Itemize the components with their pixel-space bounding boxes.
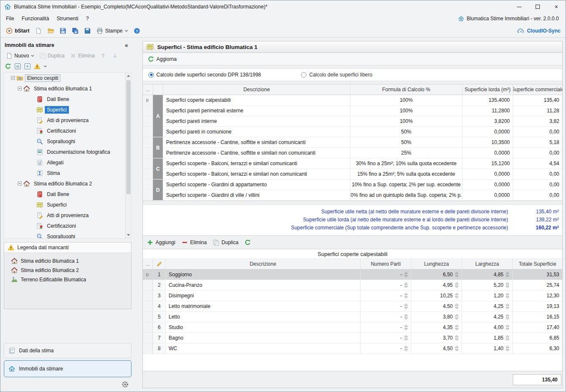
view-button-dati-della-stima[interactable]: Dati della stima xyxy=(4,343,131,358)
larghezza-cell[interactable]: 4,00 xyxy=(462,322,513,333)
numero-parti-cell[interactable]: - xyxy=(361,333,411,343)
maximize-button[interactable] xyxy=(528,0,547,13)
lunghezza-cell[interactable]: 4,35 xyxy=(411,322,462,333)
tree-item[interactable]: Sopralluoghi xyxy=(4,136,125,147)
row-selector-cell[interactable] xyxy=(143,190,153,201)
superficie-commerciale-cell[interactable]: 0,00 xyxy=(513,148,562,158)
duplica-button[interactable]: Duplica xyxy=(37,51,67,60)
descrizione-cell[interactable]: Superfici scoperte - Balconi, terrazzi e… xyxy=(163,158,350,169)
row-selector-cell[interactable] xyxy=(143,148,153,158)
tree-item[interactable]: Atti di provenienza xyxy=(4,115,125,125)
scroll-up-arrow[interactable] xyxy=(126,73,131,79)
row-selector-cell[interactable] xyxy=(143,333,153,343)
scroll-down-arrow[interactable] xyxy=(126,232,131,238)
save-button[interactable] xyxy=(57,26,68,36)
superficie-commerciale-cell[interactable]: 0,00 xyxy=(513,169,562,180)
superficie-commerciale-cell[interactable]: 11,28 xyxy=(513,106,562,116)
lunghezza-cell[interactable]: 4,50 xyxy=(411,343,462,354)
formula-cell[interactable]: 25% xyxy=(350,148,462,158)
larghezza-cell[interactable]: 4,25 xyxy=(462,312,513,322)
tree-item[interactable]: Elenco cespiti xyxy=(4,73,125,83)
descrizione-cell[interactable]: Letto matrimoniale xyxy=(166,301,361,312)
tree-item[interactable]: Dati Bene xyxy=(4,94,125,104)
row-selector-cell[interactable] xyxy=(143,322,153,333)
larghezza-column-header[interactable]: Larghezza xyxy=(462,259,513,269)
descrizione-cell[interactable]: Pertinenze accessorie - Cantine, soffitt… xyxy=(163,137,350,148)
numero-parti-cell[interactable]: - xyxy=(361,301,411,312)
formula-cell[interactable]: 15% fino a 25m²; 5% sulla quota eccedent… xyxy=(350,169,462,180)
superficie-lorda-cell[interactable]: 15,1200 xyxy=(462,158,513,169)
duplica-row-button[interactable]: Duplica xyxy=(213,239,238,246)
superficie-commerciale-cell[interactable]: 0,00 xyxy=(513,190,562,201)
open-button[interactable] xyxy=(45,26,56,36)
aggiorna-button[interactable]: Aggiorna xyxy=(145,54,179,64)
tree-item[interactable]: Allegati xyxy=(4,157,125,168)
warning-filter-icon[interactable] xyxy=(34,63,41,70)
formula-cell[interactable]: 100% xyxy=(350,95,462,106)
tree-item[interactable]: Certificazioni xyxy=(4,125,125,136)
menu-file[interactable]: File xyxy=(2,14,18,23)
refresh-rows-button[interactable] xyxy=(244,239,251,246)
larghezza-cell[interactable]: 1,20 xyxy=(462,291,513,301)
superficie-lorda-cell[interactable]: 3,8200 xyxy=(462,116,513,127)
close-button[interactable]: × xyxy=(547,0,566,13)
descrizione-cell[interactable]: Soggiorno xyxy=(166,270,361,280)
numero-parti-cell[interactable]: - xyxy=(361,280,411,291)
superficie-commerciale-cell[interactable]: 0,00 xyxy=(513,127,562,137)
superficie-lorda-cell[interactable]: 10,3500 xyxy=(462,137,513,148)
chevron-down-icon[interactable] xyxy=(44,65,47,68)
row-selector-cell[interactable] xyxy=(143,312,153,322)
tree-item[interactable]: Documentazione fotografica xyxy=(4,147,125,157)
superficie-commerciale-cell[interactable]: 0,00 xyxy=(513,180,562,190)
superficie-commerciale-cell[interactable]: 3,82 xyxy=(513,116,562,127)
descrizione-cell[interactable]: Superfici scoperte - Balconi, terrazzi e… xyxy=(163,169,350,180)
formula-cell[interactable]: 10% fino ad un quintuplo della Sup. cope… xyxy=(350,190,462,201)
superficie-lorda-cell[interactable]: 0,0000 xyxy=(462,180,513,190)
superficie-lorda-column-header[interactable]: Superficie lorda (m²) xyxy=(462,84,513,95)
totale-superficie-column-header[interactable]: Totale Superficie xyxy=(513,259,562,269)
formula-cell[interactable]: 50% xyxy=(350,137,462,148)
formula-cell[interactable]: 100% xyxy=(350,116,462,127)
row-selector-cell[interactable] xyxy=(143,158,153,169)
menu-funzionalita[interactable]: Funzionalità xyxy=(18,14,53,23)
superficie-lorda-cell[interactable]: 0,0000 xyxy=(462,127,513,137)
tree-item[interactable]: Sopralluoghi xyxy=(4,231,125,238)
aggiungi-button[interactable]: Aggiungi xyxy=(147,239,175,246)
larghezza-cell[interactable]: 4,85 xyxy=(462,270,513,280)
descrizione-cell[interactable]: Superfici coperte calpestabili xyxy=(163,95,350,106)
radio-libero[interactable]: Calcolo delle superfici libero xyxy=(301,72,372,78)
larghezza-cell[interactable]: 1,85 xyxy=(462,333,513,343)
formula-cell[interactable]: 30% fino a 25m²; 10% sulla quota ecceden… xyxy=(350,158,462,169)
move-down-button[interactable] xyxy=(109,51,120,60)
descrizione-cell[interactable]: Superfici scoperte - Giardini di apparta… xyxy=(163,180,350,190)
row-selector-cell[interactable] xyxy=(143,270,153,280)
numero-parti-cell[interactable]: - xyxy=(361,322,411,333)
tree-scrollbar[interactable] xyxy=(125,73,131,238)
numero-parti-cell[interactable]: - xyxy=(361,270,411,280)
menu-strumenti[interactable]: Strumenti xyxy=(53,14,82,23)
descrizione-cell[interactable]: Superfici pareti interne xyxy=(163,116,350,127)
tree-item[interactable]: Certificazioni xyxy=(4,220,125,231)
superficie-lorda-cell[interactable]: 11,2800 xyxy=(462,106,513,116)
collapse-all-icon[interactable] xyxy=(14,63,21,70)
scrollbar-thumb[interactable] xyxy=(126,80,131,194)
numero-parti-cell[interactable]: - xyxy=(361,291,411,301)
superficie-lorda-cell[interactable]: 135,4000 xyxy=(462,95,513,106)
descrizione-cell[interactable]: Superfici pareti in comunione xyxy=(163,127,350,137)
row-selector-cell[interactable] xyxy=(143,169,153,180)
stampe-button[interactable]: Stampe xyxy=(94,26,130,36)
row-selector-cell[interactable] xyxy=(143,95,153,106)
descrizione-cell[interactable]: Pertinenze accessorie - Cantine, soffitt… xyxy=(163,148,350,158)
tree-item[interactable]: Dati Bene xyxy=(4,189,125,199)
superficie-commerciale-cell[interactable]: 135,40 xyxy=(513,95,562,106)
formula-cell[interactable]: 50% xyxy=(350,127,462,137)
descrizione-cell[interactable]: Bagno xyxy=(166,333,361,343)
bstart-button[interactable]: bStart xyxy=(4,26,32,36)
larghezza-cell[interactable]: 5,20 xyxy=(462,280,513,291)
superficie-lorda-cell[interactable]: 0,0000 xyxy=(462,190,513,201)
formula-cell[interactable]: 10% fino a Sup. coperta; 2% per sup. ecc… xyxy=(350,180,462,190)
descrizione-cell[interactable]: Studio xyxy=(166,322,361,333)
larghezza-cell[interactable]: 1,40 xyxy=(462,343,513,354)
tree-item[interactable]: Superfici xyxy=(4,104,125,115)
lunghezza-cell[interactable]: 10,25 xyxy=(411,291,462,301)
